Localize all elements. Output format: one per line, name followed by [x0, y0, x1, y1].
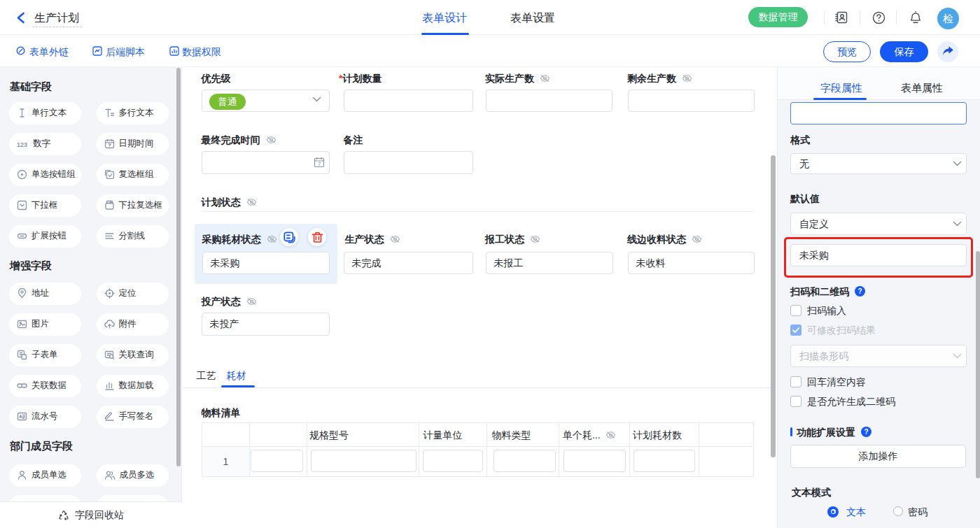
- svg-text:?: ?: [864, 428, 868, 436]
- svg-text:7: 7: [318, 161, 321, 167]
- svg-text:123: 123: [17, 141, 27, 148]
- svg-text:?: ?: [858, 287, 862, 295]
